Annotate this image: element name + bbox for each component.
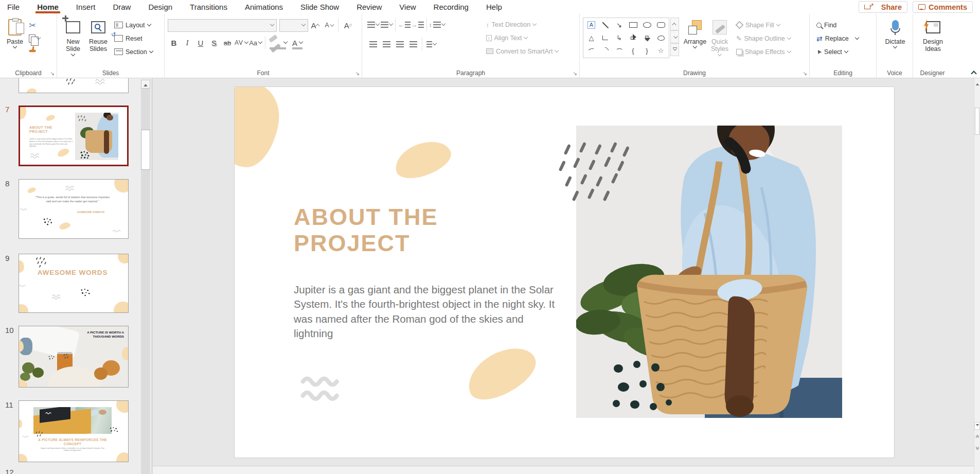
collapse-ribbon-button[interactable]	[971, 71, 976, 76]
italic-button[interactable]: I	[181, 37, 193, 49]
reuse-slides-button[interactable]: Reuse Slides	[86, 16, 111, 53]
shape-effects-button[interactable]: Shape Effects	[735, 45, 792, 58]
curve-shape[interactable]	[612, 44, 626, 57]
menu-tab-animations[interactable]: Animations	[245, 3, 283, 11]
oval-shape[interactable]	[640, 19, 654, 31]
slide-thumbnail-7[interactable]: ABOUT THE PROJECT Jupiter is a gas giant…	[19, 106, 129, 166]
slide-editing-surface[interactable]: ABOUT THE PROJECT Jupiter is a gas giant…	[235, 87, 894, 458]
menu-tab-transitions[interactable]: Transitions	[190, 3, 227, 11]
menu-tab-home[interactable]: Home	[37, 3, 59, 11]
down-arrow-shape[interactable]	[640, 31, 654, 44]
slide-thumbnail-9[interactable]: AWESOME WORDS	[19, 254, 129, 313]
underline-button[interactable]: U	[194, 37, 207, 49]
slide-thumbnail-11[interactable]: A PICTURE ALWAYS REINFORCES THE CONCEPT …	[19, 400, 129, 462]
triangle-shape[interactable]: △	[584, 31, 598, 44]
dictate-button[interactable]: Dictate	[883, 16, 907, 48]
reset-button[interactable]: ↺Reset	[113, 32, 154, 45]
strikethrough-button[interactable]: ab	[221, 37, 234, 49]
text-direction-button[interactable]: ↕Text Direction	[485, 18, 560, 31]
clear-formatting-button[interactable]: A◊	[342, 19, 354, 31]
menu-tab-file[interactable]: File	[7, 3, 20, 11]
clipboard-dialog-launcher[interactable]: ↘	[50, 71, 55, 76]
design-ideas-button[interactable]: Design Ideas	[921, 16, 945, 53]
font-name-combo[interactable]	[168, 19, 277, 32]
menu-tab-insert[interactable]: Insert	[76, 3, 96, 11]
arrow-shape[interactable]: ↘	[612, 19, 626, 31]
bullets-button[interactable]	[366, 19, 380, 31]
scroll-down-arrow[interactable]	[974, 422, 980, 430]
paste-button[interactable]: Paste	[3, 16, 27, 48]
arc-shape[interactable]	[598, 44, 612, 57]
horizontal-scroll-area[interactable]	[153, 466, 974, 474]
next-slide-button[interactable]	[974, 444, 980, 451]
shapes-scroll-up[interactable]	[670, 17, 679, 30]
scrollbar-thumb[interactable]	[141, 130, 150, 170]
copy-button[interactable]	[29, 34, 40, 43]
font-size-combo[interactable]	[279, 19, 308, 32]
star-shape[interactable]: ☆	[654, 44, 668, 57]
shape-fill-button[interactable]: Shape Fill	[735, 19, 792, 31]
cut-button[interactable]: ✂	[29, 20, 40, 31]
replace-button[interactable]: ⇄Replace	[815, 32, 860, 45]
align-right-button[interactable]	[393, 38, 406, 50]
slide-title[interactable]: ABOUT THE PROJECT	[294, 204, 520, 257]
scrollbar-thumb[interactable]	[975, 108, 979, 135]
drawing-dialog-launcher[interactable]: ↘	[803, 71, 807, 76]
section-button[interactable]: Section	[113, 45, 154, 58]
thumbnail-panel-scrollbar[interactable]	[141, 80, 150, 474]
select-button[interactable]: ➤Select	[815, 45, 860, 58]
menu-tab-help[interactable]: Help	[486, 3, 502, 11]
shapes-more-button[interactable]	[670, 43, 679, 56]
align-left-button[interactable]	[366, 38, 380, 50]
share-button[interactable]: ↗ Share	[859, 1, 908, 13]
left-brace-shape[interactable]: {	[626, 44, 640, 57]
paragraph-dialog-launcher[interactable]: ↘	[573, 71, 577, 76]
elbow-connector-shape[interactable]	[598, 31, 612, 44]
layout-button[interactable]: Layout	[113, 19, 154, 31]
rectangle-shape[interactable]	[626, 19, 640, 31]
arrange-button[interactable]: Arrange	[683, 16, 707, 48]
justify-button[interactable]	[406, 38, 420, 50]
numbering-button[interactable]	[380, 19, 393, 31]
increase-indent-button[interactable]: →	[411, 19, 424, 31]
scroll-up-arrow[interactable]	[141, 80, 150, 89]
canvas-vertical-scrollbar[interactable]	[974, 78, 980, 474]
text-box-shape[interactable]: A	[584, 19, 598, 31]
convert-smartart-button[interactable]: Convert to SmartArt	[485, 45, 560, 58]
menu-tab-slideshow[interactable]: Slide Show	[300, 3, 339, 11]
scribble-shape[interactable]	[584, 44, 598, 57]
text-shadow-button[interactable]: S	[208, 37, 220, 49]
change-case-button[interactable]: Aa	[249, 37, 262, 49]
increase-font-button[interactable]: A	[309, 19, 322, 31]
decrease-indent-button[interactable]: ←	[398, 19, 411, 31]
new-slide-button[interactable]: New Slide	[60, 16, 86, 56]
slide-thumbnail-6[interactable]	[19, 78, 129, 93]
rounded-rectangle-shape[interactable]	[654, 19, 668, 31]
font-dialog-launcher[interactable]: ↘	[355, 71, 360, 76]
shape-outline-button[interactable]: ✎Shape Outline	[735, 32, 792, 45]
line-shape[interactable]	[598, 19, 612, 31]
previous-slide-button[interactable]	[974, 433, 980, 441]
align-text-button[interactable]: ↕Align Text	[485, 31, 560, 44]
menu-tab-design[interactable]: Design	[148, 3, 172, 11]
shapes-scroll-down[interactable]	[670, 30, 679, 43]
right-brace-shape[interactable]: }	[640, 44, 654, 57]
bold-button[interactable]: B	[168, 37, 180, 49]
menu-tab-draw[interactable]: Draw	[113, 3, 131, 11]
scroll-up-arrow[interactable]	[975, 80, 979, 87]
right-arrow-shape[interactable]	[626, 31, 640, 44]
slide-thumbnail-8[interactable]: "This is a quote, words full of wisdom t…	[19, 179, 129, 239]
comments-button[interactable]: Comments	[913, 1, 973, 13]
align-center-button[interactable]	[380, 38, 393, 50]
menu-tab-view[interactable]: View	[399, 3, 416, 11]
font-color-button[interactable]: A	[291, 37, 304, 49]
menu-tab-recording[interactable]: Recording	[434, 3, 469, 11]
decrease-font-button[interactable]: A	[323, 19, 335, 31]
menu-tab-review[interactable]: Review	[357, 3, 382, 11]
columns-button[interactable]	[424, 38, 438, 50]
quick-styles-button[interactable]: Quick Styles	[708, 16, 732, 56]
find-button[interactable]: Find	[815, 19, 860, 31]
highlight-color-button[interactable]	[269, 37, 287, 49]
freeform-shape[interactable]	[654, 31, 668, 44]
format-painter-button[interactable]	[29, 46, 36, 54]
